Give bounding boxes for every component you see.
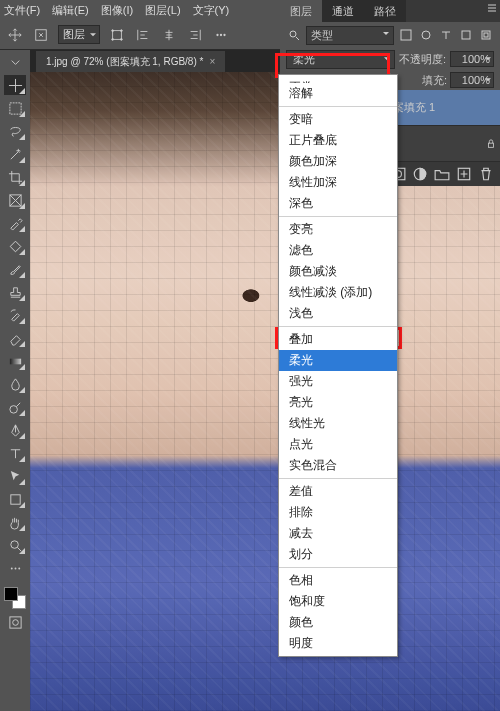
blend-item-exclusion[interactable]: 排除 (279, 502, 397, 523)
history-brush-tool[interactable] (4, 305, 26, 325)
brush-tool[interactable] (4, 259, 26, 279)
quickmask-icon[interactable] (4, 612, 26, 632)
menu-file[interactable]: 文件(F) (4, 3, 40, 18)
more-icon[interactable] (212, 26, 230, 44)
blend-item-color-dodge[interactable]: 颜色减淡 (279, 261, 397, 282)
target-layer-select[interactable]: 图层 (58, 25, 100, 44)
svg-point-3 (121, 29, 123, 31)
blend-item-screen[interactable]: 滤色 (279, 240, 397, 261)
blend-item-lighten[interactable]: 变亮 (279, 219, 397, 240)
image-filter-icon[interactable] (398, 27, 414, 43)
blend-item-difference[interactable]: 差值 (279, 481, 397, 502)
svg-point-16 (10, 567, 12, 569)
expand-icon[interactable] (4, 52, 26, 72)
blend-item-multiply[interactable]: 正片叠底 (279, 130, 397, 151)
blend-item-linear-dodge[interactable]: 线性减淡 (添加) (279, 282, 397, 303)
blend-item-color-burn[interactable]: 颜色加深 (279, 151, 397, 172)
opacity-input[interactable]: 100% (450, 51, 494, 67)
text-filter-icon[interactable] (438, 27, 454, 43)
pen-tool[interactable] (4, 420, 26, 440)
blend-item-darken[interactable]: 变暗 (279, 109, 397, 130)
blend-item-divide[interactable]: 划分 (279, 544, 397, 565)
blend-item-hard-mix[interactable]: 实色混合 (279, 455, 397, 476)
stamp-tool[interactable] (4, 282, 26, 302)
type-tool[interactable] (4, 443, 26, 463)
dodge-tool[interactable] (4, 397, 26, 417)
svg-point-6 (216, 33, 218, 35)
lasso-tool[interactable] (4, 121, 26, 141)
blend-item-vivid-light[interactable]: 亮光 (279, 392, 397, 413)
adjustment-layer-icon[interactable] (412, 166, 428, 182)
shape-filter-icon[interactable] (458, 27, 474, 43)
tab-layers[interactable]: 图层 (280, 0, 322, 22)
blend-item-overlay[interactable]: 叠加 (279, 329, 397, 350)
gradient-tool[interactable] (4, 351, 26, 371)
search-icon[interactable] (286, 27, 302, 43)
blend-item-subtract[interactable]: 减去 (279, 523, 397, 544)
group-icon[interactable] (434, 166, 450, 182)
eyedropper-tool[interactable] (4, 213, 26, 233)
auto-select-icon[interactable] (32, 26, 50, 44)
svg-point-4 (112, 38, 114, 40)
svg-rect-11 (10, 241, 21, 252)
adjustment-filter-icon[interactable] (418, 27, 434, 43)
menu-type[interactable]: 文字(Y) (193, 3, 230, 18)
svg-rect-22 (401, 30, 411, 40)
hand-tool[interactable] (4, 512, 26, 532)
svg-rect-14 (10, 494, 19, 503)
menu-edit[interactable]: 编辑(E) (52, 3, 89, 18)
trash-icon[interactable] (478, 166, 494, 182)
move-tool[interactable] (4, 75, 26, 95)
blend-item-dissolve[interactable]: 溶解 (279, 83, 397, 104)
path-select-tool[interactable] (4, 466, 26, 486)
menu-image[interactable]: 图像(I) (101, 3, 133, 18)
svg-rect-32 (489, 143, 494, 147)
blend-item-color[interactable]: 颜色 (279, 612, 397, 633)
move-icon[interactable] (6, 26, 24, 44)
new-layer-icon[interactable] (456, 166, 472, 182)
eraser-tool[interactable] (4, 328, 26, 348)
blend-item-lighter-color[interactable]: 浅色 (279, 303, 397, 324)
blend-item-saturation[interactable]: 饱和度 (279, 591, 397, 612)
blend-item-darker-color[interactable]: 深色 (279, 193, 397, 214)
frame-tool[interactable] (4, 190, 26, 210)
blend-item-soft-light[interactable]: 柔光 (279, 350, 397, 371)
blend-item-linear-light[interactable]: 线性光 (279, 413, 397, 434)
tab-paths[interactable]: 路径 (364, 0, 406, 22)
panel-menu-icon[interactable] (484, 0, 500, 16)
toolbar-more-icon[interactable] (4, 558, 26, 578)
blend-item-pin-light[interactable]: 点光 (279, 434, 397, 455)
fill-input[interactable]: 100% (450, 72, 494, 88)
color-swatch[interactable] (4, 587, 26, 609)
heal-tool[interactable] (4, 236, 26, 256)
tab-channels[interactable]: 通道 (322, 0, 364, 22)
close-icon[interactable]: × (209, 56, 215, 67)
svg-rect-24 (462, 31, 470, 39)
smart-filter-icon[interactable] (478, 27, 494, 43)
svg-point-23 (422, 31, 430, 39)
zoom-tool[interactable] (4, 535, 26, 555)
marquee-tool[interactable] (4, 98, 26, 118)
align-right-icon[interactable] (186, 26, 204, 44)
svg-point-8 (223, 33, 225, 35)
align-left-icon[interactable] (134, 26, 152, 44)
blend-item-hue[interactable]: 色相 (279, 570, 397, 591)
transform-controls-icon[interactable] (108, 26, 126, 44)
blend-mode-select[interactable]: 柔光 (286, 50, 395, 69)
svg-point-20 (12, 619, 18, 625)
blend-item-linear-burn[interactable]: 线性加深 (279, 172, 397, 193)
menu-layer[interactable]: 图层(L) (145, 3, 180, 18)
blur-tool[interactable] (4, 374, 26, 394)
layer-filter-select[interactable]: 类型 (306, 26, 394, 45)
lock-icon (486, 139, 496, 149)
blend-item-hard-light[interactable]: 强光 (279, 371, 397, 392)
blend-mode-menu[interactable]: 正常 溶解 变暗 正片叠底 颜色加深 线性加深 深色 变亮 滤色 颜色减淡 线性… (278, 74, 398, 657)
svg-rect-19 (9, 616, 20, 627)
crop-tool[interactable] (4, 167, 26, 187)
document-tab[interactable]: 1.jpg @ 72% (图案填充 1, RGB/8) *× (36, 51, 225, 72)
opacity-label: 不透明度: (399, 52, 446, 67)
blend-item-luminosity[interactable]: 明度 (279, 633, 397, 654)
align-center-icon[interactable] (160, 26, 178, 44)
wand-tool[interactable] (4, 144, 26, 164)
shape-tool[interactable] (4, 489, 26, 509)
